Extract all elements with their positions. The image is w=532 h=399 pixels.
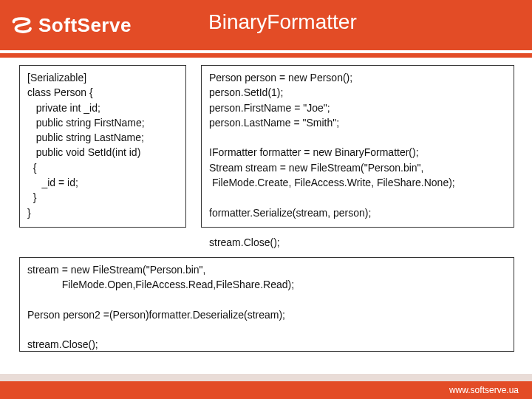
- code-box-class-def: [Serializable] class Person { private in…: [19, 65, 186, 228]
- slide-title: BinaryFormatter: [208, 10, 357, 34]
- code-box-serialize: Person person = new Person(); person.Set…: [201, 65, 514, 228]
- footer-bar: www.softserve.ua: [0, 381, 532, 399]
- footer-url: www.softserve.ua: [449, 385, 519, 395]
- brand-name: SoftServe: [38, 14, 132, 37]
- code-box-deserialize: stream = new FileStream("Person.bin", Fi…: [19, 257, 514, 352]
- footer-gap: [0, 374, 532, 381]
- header-bar: SoftServe BinaryFormatter: [0, 0, 532, 50]
- logo: SoftServe: [10, 14, 132, 37]
- softserve-logo-icon: [10, 14, 33, 36]
- slide: SoftServe BinaryFormatter [Serializable]…: [0, 0, 532, 399]
- accent-strip: [0, 53, 532, 58]
